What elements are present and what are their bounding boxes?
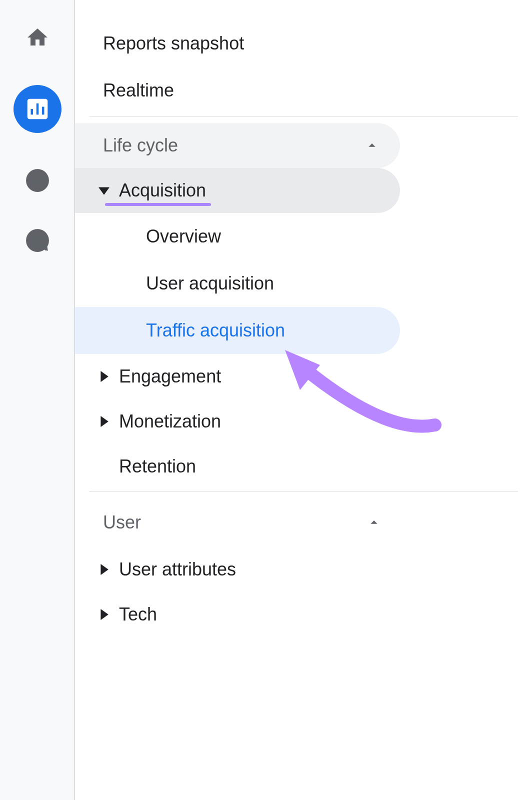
home-icon[interactable]: [25, 25, 50, 50]
nav-item-reports-snapshot[interactable]: Reports snapshot: [75, 20, 532, 67]
nav-item-realtime[interactable]: Realtime: [75, 67, 532, 114]
nav-panel: Reports snapshot Realtime Life cycle Acq…: [75, 0, 532, 800]
icon-rail: [0, 0, 75, 800]
caret-right-icon: [89, 564, 119, 575]
svg-marker-7: [100, 564, 108, 575]
sub-item-label: Monetization: [119, 411, 221, 432]
divider: [89, 116, 518, 117]
sub-sub-item-label: Overview: [146, 226, 221, 246]
caret-right-icon: [89, 416, 119, 427]
nav-item-label: Reports snapshot: [103, 33, 244, 54]
explore-icon[interactable]: [25, 168, 50, 193]
caret-right-icon: [89, 609, 119, 620]
svg-marker-8: [100, 609, 108, 620]
divider: [89, 492, 518, 492]
section-title: Life cycle: [103, 135, 178, 156]
caret-right-icon: [89, 371, 119, 382]
sub-sub-item-traffic-acquisition[interactable]: Traffic acquisition: [75, 307, 400, 354]
sub-sub-item-label: Traffic acquisition: [146, 320, 285, 340]
svg-marker-5: [100, 371, 108, 382]
section-title: User: [103, 512, 141, 533]
sub-item-acquisition[interactable]: Acquisition: [75, 168, 400, 213]
sub-item-engagement[interactable]: Engagement: [75, 354, 532, 399]
sub-item-label: Tech: [119, 604, 157, 625]
reports-icon[interactable]: [14, 85, 62, 133]
section-header-life-cycle[interactable]: Life cycle: [75, 123, 400, 168]
sub-sub-item-label: User acquisition: [146, 273, 274, 294]
sub-item-tech[interactable]: Tech: [75, 592, 532, 637]
sub-item-user-attributes[interactable]: User attributes: [75, 547, 532, 592]
svg-marker-6: [100, 416, 108, 427]
svg-marker-4: [98, 187, 110, 194]
chevron-up-icon: [366, 514, 382, 530]
sub-sub-item-overview[interactable]: Overview: [75, 213, 532, 260]
advertising-icon[interactable]: [25, 228, 50, 253]
sub-item-monetization[interactable]: Monetization: [75, 399, 532, 444]
chevron-up-icon: [364, 138, 380, 154]
sub-item-label: User attributes: [119, 559, 236, 580]
sub-sub-item-user-acquisition[interactable]: User acquisition: [75, 260, 532, 307]
sub-item-label: Acquisition: [119, 180, 206, 201]
sub-item-retention[interactable]: Retention: [75, 444, 532, 489]
sub-item-label: Retention: [119, 456, 196, 477]
sub-item-label: Engagement: [119, 366, 221, 387]
caret-down-icon: [89, 185, 119, 196]
section-header-user[interactable]: User: [75, 498, 382, 547]
nav-item-label: Realtime: [103, 80, 174, 101]
